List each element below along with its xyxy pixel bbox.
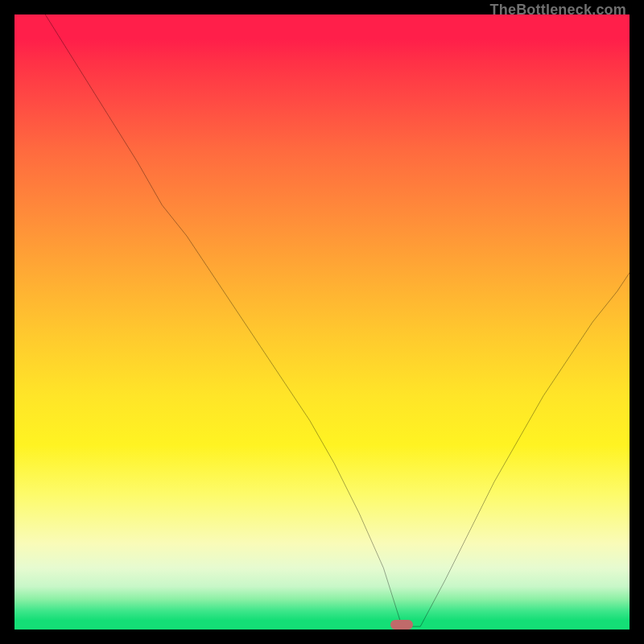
optimum-marker [390, 620, 413, 630]
bottleneck-curve [14, 14, 630, 630]
chart-area [14, 14, 630, 630]
